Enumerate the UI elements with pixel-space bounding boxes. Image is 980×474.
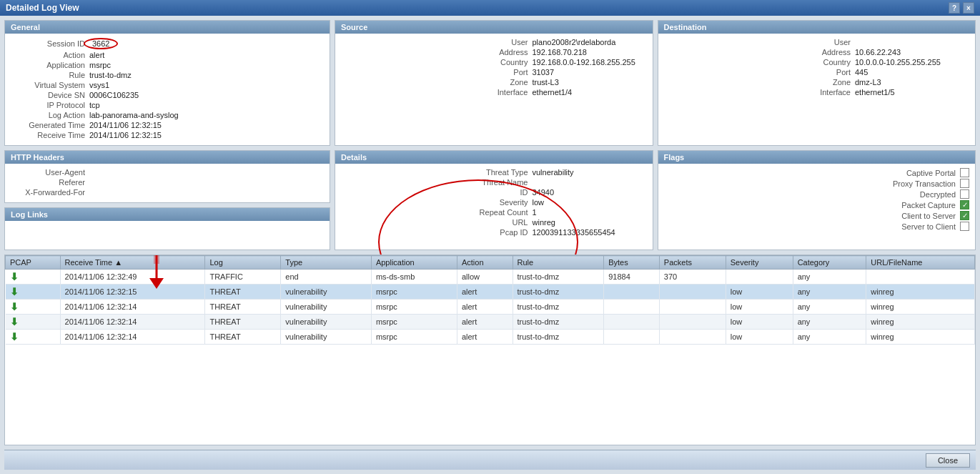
threat-id-label: ID xyxy=(475,188,533,197)
window-title: Detailed Log View xyxy=(6,3,79,13)
flags-body: Captive Portal Proxy Transaction Decrypt… xyxy=(658,164,976,237)
pcapid-row: Pcap ID 1200391133335655454 xyxy=(341,228,647,237)
cell-packets xyxy=(659,285,726,300)
cell-type: end xyxy=(281,270,372,285)
captive-portal-row: Captive Portal xyxy=(664,168,970,177)
cell-category: any xyxy=(793,330,866,345)
cell-rule: trust-to-dmz xyxy=(513,315,604,330)
src-user-row: User plano2008r2\rdelaborda xyxy=(341,38,647,46)
cell-receive_time: 2014/11/06 12:32:14 xyxy=(60,315,205,330)
pcap-cell[interactable]: ⬇ xyxy=(6,330,61,345)
pcap-icon[interactable]: ⬇ xyxy=(10,286,19,297)
general-body: Session ID 3662 Action alert Application… xyxy=(5,34,330,145)
table-row[interactable]: ⬇2014/11/06 12:32:14THREATvulnerabilitym… xyxy=(6,300,975,315)
flags-panel: Flags Captive Portal Proxy Transaction D… xyxy=(658,150,976,250)
referer-label: Referer xyxy=(11,178,89,187)
pcap-icon[interactable]: ⬇ xyxy=(10,301,19,312)
source-panel: Source User plano2008r2\rdelaborda Addre… xyxy=(335,20,653,146)
captive-portal-checkbox[interactable] xyxy=(960,168,969,177)
close-button[interactable]: Close xyxy=(926,453,970,468)
table-row[interactable]: ⬇2014/11/06 12:32:15THREATvulnerabilitym… xyxy=(6,285,975,300)
details-panel: Details Threat Type vulnerability Threat… xyxy=(335,150,653,250)
vsys-row: Virtual System vsys1 xyxy=(11,81,324,89)
src-country-value: 192.168.0.0-192.168.255.255 xyxy=(533,58,647,66)
dst-interface-label: Interface xyxy=(798,88,855,97)
packet-capture-row: Packet Capture ✓ xyxy=(664,200,970,209)
cell-category: any xyxy=(793,315,866,330)
client-to-server-checkbox[interactable]: ✓ xyxy=(960,211,969,220)
log-table-scroll[interactable]: PCAP Receive Time ▲ Log Type Application… xyxy=(5,255,975,445)
repeatcount-row: Repeat Count 1 xyxy=(341,208,647,217)
decrypted-checkbox[interactable] xyxy=(960,189,969,199)
destination-body: User Address 10.66.22.243 Country 10.0.0… xyxy=(658,34,976,102)
cell-type: vulnerability xyxy=(281,315,372,330)
log-links-header: Log Links xyxy=(5,208,330,221)
col-severity: Severity xyxy=(726,256,793,270)
cell-rule: trust-to-dmz xyxy=(513,300,604,315)
cell-type: vulnerability xyxy=(281,330,372,345)
cell-application: msrpc xyxy=(371,300,457,315)
help-icon[interactable]: ? xyxy=(949,2,960,14)
pcap-cell[interactable]: ⬇ xyxy=(6,285,61,300)
cell-category: any xyxy=(793,300,866,315)
packet-capture-checkbox[interactable]: ✓ xyxy=(960,200,969,209)
decrypted-label: Decrypted xyxy=(874,190,960,199)
dst-port-label: Port xyxy=(798,68,855,76)
application-value: msrpc xyxy=(89,61,111,69)
server-to-client-checkbox[interactable] xyxy=(960,222,969,231)
pcap-icon[interactable]: ⬇ xyxy=(10,271,19,282)
dst-user-row: User xyxy=(664,38,970,46)
cell-category: any xyxy=(793,285,866,300)
cell-receive_time: 2014/11/06 12:32:15 xyxy=(60,285,205,300)
cell-log: THREAT xyxy=(205,330,281,345)
general-panel: General Session ID 3662 Action alert App… xyxy=(4,20,330,146)
src-user-label: User xyxy=(475,38,533,46)
cell-url: winreg xyxy=(866,315,975,330)
src-zone-value: trust-L3 xyxy=(533,78,647,87)
pcap-icon[interactable]: ⬇ xyxy=(10,331,19,342)
gentime-value: 2014/11/06 12:32:15 xyxy=(89,121,162,129)
dst-zone-label: Zone xyxy=(798,78,855,87)
log-table-container: PCAP Receive Time ▲ Log Type Application… xyxy=(4,255,976,445)
dst-zone-value: dmz-L3 xyxy=(855,78,969,87)
recvtime-label: Receive Time xyxy=(11,131,89,139)
col-rule: Rule xyxy=(513,256,604,270)
dst-zone-row: Zone dmz-L3 xyxy=(664,78,970,87)
table-row[interactable]: ⬇2014/11/06 12:32:14THREATvulnerabilitym… xyxy=(6,330,975,345)
src-user-value: plano2008r2\rdelaborda xyxy=(533,38,647,46)
details-header: Details xyxy=(335,151,653,164)
row-top: General Session ID 3662 Action alert App… xyxy=(4,20,976,146)
cell-url: winreg xyxy=(866,285,975,300)
table-row[interactable]: ⬇2014/11/06 12:32:49TRAFFICendms-ds-smba… xyxy=(6,270,975,285)
flags-header: Flags xyxy=(658,151,976,164)
dst-port-row: Port 445 xyxy=(664,68,970,76)
cell-receive_time: 2014/11/06 12:32:14 xyxy=(60,300,205,315)
cell-type: vulnerability xyxy=(281,285,372,300)
title-bar: Detailed Log View ? × xyxy=(0,0,980,16)
threat-id-row: ID 34940 xyxy=(341,188,647,197)
cell-severity: low xyxy=(726,300,793,315)
source-header: Source xyxy=(335,21,653,34)
cell-severity: low xyxy=(726,315,793,330)
src-zone-row: Zone trust-L3 xyxy=(341,78,647,87)
cell-application: ms-ds-smb xyxy=(371,270,457,285)
dst-country-row: Country 10.0.0.0-10.255.255.255 xyxy=(664,58,970,66)
severity-row: Severity low xyxy=(341,198,647,207)
col-receive-time[interactable]: Receive Time ▲ xyxy=(60,256,205,270)
pcap-icon[interactable]: ⬇ xyxy=(10,316,19,327)
dst-address-value: 10.66.22.243 xyxy=(855,48,969,56)
cell-url: winreg xyxy=(866,330,975,345)
table-row[interactable]: ⬇2014/11/06 12:32:14THREATvulnerabilitym… xyxy=(6,315,975,330)
session-id-circle: 3662 xyxy=(84,38,118,49)
pcap-cell[interactable]: ⬇ xyxy=(6,270,61,285)
xforwarded-label: X-Forwarded-For xyxy=(11,188,89,197)
pcap-cell[interactable]: ⬇ xyxy=(6,300,61,315)
devicesn-value: 0006C106235 xyxy=(89,91,139,99)
pcap-cell[interactable]: ⬇ xyxy=(6,315,61,330)
http-headers-body: User-Agent Referer X-Forwarded-For xyxy=(5,164,330,202)
proxy-transaction-checkbox[interactable] xyxy=(960,179,969,188)
useragent-row: User-Agent xyxy=(11,168,324,177)
window-close-icon[interactable]: × xyxy=(963,2,974,14)
col-bytes: Bytes xyxy=(604,256,660,270)
url-label: URL xyxy=(475,218,533,227)
